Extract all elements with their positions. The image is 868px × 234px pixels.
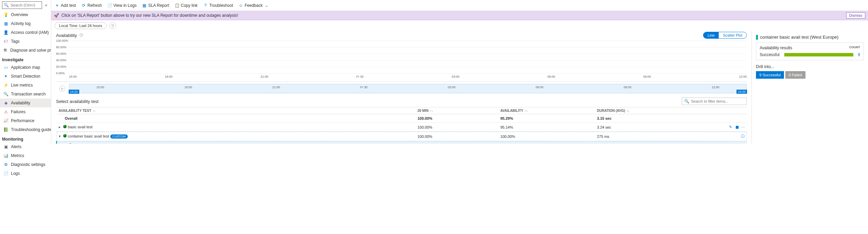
- nav-icon: 👤: [3, 30, 8, 35]
- toggle-line[interactable]: Line: [703, 32, 719, 38]
- sidebar-item-smart-detection[interactable]: ✦Smart Detection: [0, 72, 51, 81]
- sidebar-search[interactable]: 🔍: [2, 1, 42, 9]
- refresh-label: Refresh: [87, 3, 102, 8]
- edit-icon[interactable]: ✎: [729, 125, 732, 129]
- nav-label: Troubleshooting guides (prev…: [11, 127, 51, 132]
- filter-button[interactable]: ▽: [109, 22, 116, 29]
- nav-icon: 🏷: [3, 39, 8, 44]
- sort-icon[interactable]: ↑↓: [428, 109, 433, 113]
- refresh-button[interactable]: ⟳Refresh: [81, 3, 102, 8]
- time-range-pill[interactable]: Local Time: Last 24 hours: [55, 22, 107, 29]
- sidebar-item-logs[interactable]: 📄Logs: [0, 169, 51, 178]
- view-logs-button[interactable]: 📄View in Logs: [107, 3, 137, 8]
- sidebar-item-activity-log[interactable]: ▦Activity log: [0, 19, 51, 28]
- table-row-region[interactable]: West Europe100.00%100.00%275 ms: [57, 141, 747, 144]
- y-tick: 60.00%: [56, 52, 67, 55]
- sidebar-item-troubleshooting-guides-prev-[interactable]: 📗Troubleshooting guides (prev…: [0, 125, 51, 134]
- nav-icon: 📈: [3, 118, 8, 123]
- status-success-icon: [63, 134, 67, 138]
- col-20min[interactable]: 20 Min: [417, 109, 428, 113]
- details-panel: container basic avail test (West Europe)…: [752, 31, 868, 144]
- nav-icon: ✦: [3, 74, 8, 79]
- nav-icon: ◆: [3, 101, 8, 105]
- pause-icon[interactable]: ▮▮: [735, 125, 738, 129]
- nav-label: Diagnostic settings: [11, 162, 45, 167]
- search-input[interactable]: [10, 3, 40, 8]
- copy-link-button[interactable]: 📋Copy link: [175, 3, 197, 8]
- filter-tests-input[interactable]: [690, 99, 744, 104]
- play-icon[interactable]: ▷: [59, 86, 65, 92]
- search-icon: 🔍: [4, 3, 9, 8]
- copy-icon: 📋: [175, 3, 179, 8]
- sidebar-item-alerts[interactable]: ▣Alerts: [0, 142, 51, 151]
- sidebar-item-metrics[interactable]: 📊Metrics: [0, 151, 51, 160]
- nav-header-monitoring: Monitoring: [0, 134, 51, 142]
- add-test-button[interactable]: ＋Add test: [55, 3, 76, 8]
- table-row-overall[interactable]: Overall100.00%95.29%3.15 sec: [57, 114, 747, 123]
- sidebar-collapse-icon[interactable]: «: [43, 3, 49, 8]
- sidebar-item-availability[interactable]: ◆Availability: [0, 99, 51, 107]
- failed-drill-button[interactable]: 0 Failed: [785, 71, 805, 79]
- sidebar-item-tags[interactable]: 🏷Tags: [0, 37, 51, 46]
- series-color-icon: [756, 35, 758, 40]
- filter-tests[interactable]: 🔍: [682, 98, 747, 105]
- add-test-label: Add test: [61, 3, 76, 8]
- sla-report-button[interactable]: ▦SLA Report: [142, 3, 169, 8]
- nav-icon: 📄: [3, 171, 8, 176]
- dismiss-button[interactable]: Dismiss: [846, 12, 866, 18]
- banner-text: Click on 'SLA Report' button above to tr…: [61, 13, 238, 18]
- nav-label: Availability: [11, 101, 30, 105]
- sort-icon[interactable]: ↑↓: [625, 109, 630, 113]
- brush-handle-right[interactable]: 14:22: [736, 90, 747, 94]
- status-success-icon: [63, 125, 67, 128]
- more-icon[interactable]: ···: [742, 125, 745, 129]
- nav-label: Performance: [11, 118, 35, 123]
- status-success-icon: [69, 143, 72, 144]
- col-avail[interactable]: Availability: [500, 109, 523, 113]
- nav-label: Overview: [11, 12, 28, 17]
- sidebar-item-diagnostic-settings[interactable]: ⚙Diagnostic settings: [0, 160, 51, 169]
- sidebar-item-access-control-iam-[interactable]: 👤Access control (IAM): [0, 28, 51, 37]
- successful-drill-button[interactable]: 9 Successful: [756, 71, 784, 79]
- brush-x-tick: 18:00: [184, 86, 192, 89]
- sort-icon[interactable]: ↑↓: [91, 109, 96, 113]
- table-row-container[interactable]: ▾ container basic avail testCUSTOM100.00…: [57, 132, 747, 141]
- sort-icon[interactable]: ↑↓: [523, 109, 528, 113]
- info-icon[interactable]: ⓘ: [741, 134, 745, 139]
- sidebar-item-overview[interactable]: 💡Overview: [0, 10, 51, 19]
- sidebar-item-application-map[interactable]: ▭Application map: [0, 63, 51, 72]
- time-filter-row: Local Time: Last 24 hours ▽: [51, 20, 868, 31]
- chevron-right-icon[interactable]: ▸: [59, 125, 62, 129]
- info-icon[interactable]: ⓘ: [79, 33, 84, 38]
- x-tick: 09:00: [643, 75, 651, 78]
- brush-handle-left[interactable]: 14:22: [69, 90, 79, 94]
- nav-icon: 📊: [3, 153, 8, 158]
- x-tick: 21:00: [261, 75, 268, 78]
- x-tick: 18:00: [165, 75, 173, 78]
- feedback-button[interactable]: ☺Feedback⌄: [238, 3, 269, 8]
- count-label: COUNT: [849, 46, 860, 50]
- troubleshoot-button[interactable]: ?Troubleshoot: [203, 3, 233, 8]
- table-row-test[interactable]: ▸ basic avail test100.00%95.14%3.24 sec✎…: [57, 123, 747, 132]
- nav-label: Smart Detection: [11, 74, 40, 79]
- x-tick: 03:00: [452, 75, 459, 78]
- chevron-down-icon[interactable]: ▾: [59, 134, 62, 139]
- successful-count[interactable]: 9: [856, 52, 860, 57]
- col-dur[interactable]: Duration (Avg): [597, 109, 625, 113]
- search-icon: 🔍: [684, 99, 689, 104]
- nav-header-investigate: Investigate: [0, 55, 51, 63]
- sidebar-item-performance[interactable]: 📈Performance: [0, 116, 51, 125]
- col-name[interactable]: Availability Test: [59, 109, 92, 113]
- filter-icon: ▽: [111, 24, 114, 28]
- sidebar-item-live-metrics[interactable]: ⚡Live metrics: [0, 81, 51, 90]
- sidebar-item-diagnose-and-solve-problems[interactable]: 🛠Diagnose and solve problems: [0, 46, 51, 55]
- logs-icon: 📄: [107, 3, 112, 8]
- availability-chart[interactable]: 100.00%80.00%60.00%40.00%20.00%0.00%15:0…: [56, 41, 747, 82]
- time-brush[interactable]: ▷ 15:0018:0021:00Fr 3003:0006:0009:0012:…: [69, 84, 747, 93]
- toggle-scatter[interactable]: Scatter Plot: [719, 32, 746, 38]
- toolbar: ＋Add test ⟳Refresh 📄View in Logs ▦SLA Re…: [51, 0, 868, 11]
- sidebar-item-failures[interactable]: ⚠Failures: [0, 107, 51, 116]
- nav-icon: ⚡: [3, 83, 8, 88]
- tests-table: Availability Test↑↓ 20 Min↑↓ Availabilit…: [56, 107, 747, 144]
- sidebar-item-transaction-search[interactable]: 🔍Transaction search: [0, 90, 51, 99]
